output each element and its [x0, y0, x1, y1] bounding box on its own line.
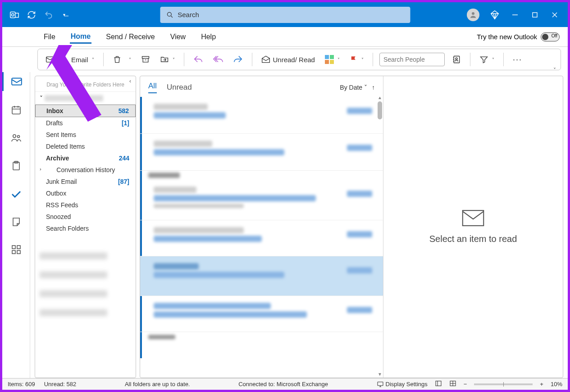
message-item[interactable] [140, 180, 383, 220]
folder-deleted-items[interactable]: Deleted Items [35, 141, 136, 152]
try-new-outlook-toggle[interactable]: Off [541, 32, 560, 41]
svg-rect-4 [533, 13, 537, 17]
reading-pane-empty-message: Select an item to read [429, 234, 517, 244]
zoom-out-button[interactable]: − [464, 381, 467, 387]
folder-drafts[interactable]: Drafts[1] [35, 117, 136, 129]
zoom-slider[interactable] [474, 383, 533, 385]
message-item[interactable] [140, 97, 383, 134]
folder-search-folders[interactable]: Search Folders [35, 223, 136, 234]
apps-grid-icon [11, 244, 22, 255]
folder-archive[interactable]: Archive244 [35, 152, 136, 164]
account-avatar[interactable] [467, 9, 479, 21]
unread-read-button[interactable]: Unread/ Read [259, 53, 318, 66]
categorize-button[interactable]: ˅ [322, 53, 342, 66]
svg-rect-19 [463, 210, 483, 226]
rail-tasks[interactable] [2, 157, 30, 175]
more-commands-button[interactable]: ··· [510, 53, 525, 66]
new-email-button[interactable]: Email ˅ [42, 53, 97, 66]
display-settings-button[interactable]: Display Settings [377, 381, 428, 388]
status-bar: Items: 609 Unread: 582 All folders are u… [2, 378, 568, 390]
qat-dropdown-icon[interactable]: ▾ [60, 9, 71, 20]
premium-icon[interactable] [489, 9, 500, 20]
envelope-icon [45, 55, 55, 64]
folder-outbox[interactable]: Outbox [35, 187, 136, 199]
search-people[interactable] [379, 53, 445, 66]
collapse-favorites-icon[interactable]: ‹ [129, 78, 131, 84]
view-normal-button[interactable] [435, 380, 442, 388]
archive-button[interactable] [138, 53, 153, 66]
message-item[interactable] [140, 296, 383, 332]
search-input[interactable] [178, 11, 404, 18]
folder-sent-items[interactable]: Sent Items [35, 129, 136, 141]
navigation-rail [2, 72, 30, 378]
flag-button[interactable]: ˅ [347, 54, 366, 65]
note-icon [11, 216, 22, 227]
message-item[interactable] [140, 220, 383, 256]
rail-mail[interactable] [2, 72, 30, 91]
tab-send-receive[interactable]: Send / Receive [105, 30, 156, 44]
search-icon [166, 11, 173, 18]
status-connection: Connected to: Microsoft Exchange [238, 381, 328, 387]
filter-all-tab[interactable]: All [148, 82, 157, 93]
maximize-button[interactable] [530, 10, 540, 20]
reading-pane: Select an item to read [383, 76, 563, 378]
account-row[interactable] [40, 252, 107, 260]
folder-junk-email[interactable]: Junk Email[87] [35, 176, 136, 187]
account-row[interactable] [40, 309, 107, 316]
categorize-icon [325, 55, 334, 64]
rail-notes[interactable] [2, 213, 30, 231]
account-row[interactable] [40, 271, 107, 278]
view-reading-button[interactable] [449, 380, 456, 388]
svg-point-1 [12, 14, 14, 16]
rail-more-apps[interactable] [2, 241, 30, 259]
svg-rect-17 [12, 251, 15, 254]
rail-calendar[interactable] [2, 101, 30, 119]
sort-direction-button[interactable]: ↑ [372, 84, 375, 91]
folder-inbox[interactable]: Inbox582 [35, 105, 136, 117]
svg-point-12 [17, 136, 19, 138]
filter-unread-tab[interactable]: Unread [167, 83, 192, 92]
move-button[interactable]: ˅ [157, 53, 178, 66]
check-icon [11, 188, 22, 199]
folder-rss-feeds[interactable]: RSS Feeds [35, 199, 136, 211]
people-icon [11, 132, 22, 143]
ribbon-toolbar: Email ˅ ˅ ˅ Unread/ Read ˅ ˅ [37, 49, 561, 70]
tab-help[interactable]: Help [200, 30, 217, 44]
scroll-down-button[interactable]: ▼ [378, 372, 382, 377]
undo-icon[interactable] [43, 9, 54, 20]
svg-rect-20 [378, 382, 383, 385]
zoom-in-button[interactable]: + [540, 381, 543, 387]
svg-point-11 [13, 135, 15, 137]
global-search[interactable] [160, 7, 410, 23]
zoom-level: 10% [551, 381, 562, 387]
forward-icon [233, 55, 243, 64]
delete-button[interactable]: ˅ [110, 53, 134, 66]
unread-read-label: Unread/ Read [273, 56, 315, 64]
collapse-ribbon-button[interactable]: ˅ [553, 67, 556, 73]
tab-file[interactable]: File [43, 30, 56, 44]
status-unread-count: Unread: 582 [44, 381, 77, 387]
message-item-selected[interactable] [140, 256, 383, 296]
reply-button[interactable] [191, 53, 206, 66]
folder-conversation-history[interactable]: ›Conversation History [35, 164, 136, 176]
tab-view[interactable]: View [169, 30, 187, 44]
address-book-icon [452, 55, 461, 64]
close-button[interactable] [550, 10, 560, 20]
filter-button[interactable]: ˅ [477, 53, 497, 66]
message-item[interactable] [140, 134, 383, 171]
minimize-button[interactable] [510, 10, 520, 20]
sort-by-date[interactable]: By Date ˅ [340, 84, 367, 91]
address-book-button[interactable] [449, 53, 464, 66]
trash-icon [113, 55, 122, 64]
reply-all-button[interactable] [210, 53, 226, 66]
rail-people[interactable] [2, 129, 30, 147]
svg-rect-10 [12, 107, 20, 114]
folder-snoozed[interactable]: Snoozed [35, 211, 136, 223]
sync-icon[interactable] [26, 9, 37, 20]
tab-home[interactable]: Home [70, 30, 91, 44]
search-people-input[interactable] [379, 53, 445, 66]
account-row[interactable] [40, 290, 107, 297]
rail-todo[interactable] [2, 185, 30, 203]
forward-button[interactable] [230, 53, 246, 66]
account-header[interactable]: ˅ [35, 92, 136, 105]
